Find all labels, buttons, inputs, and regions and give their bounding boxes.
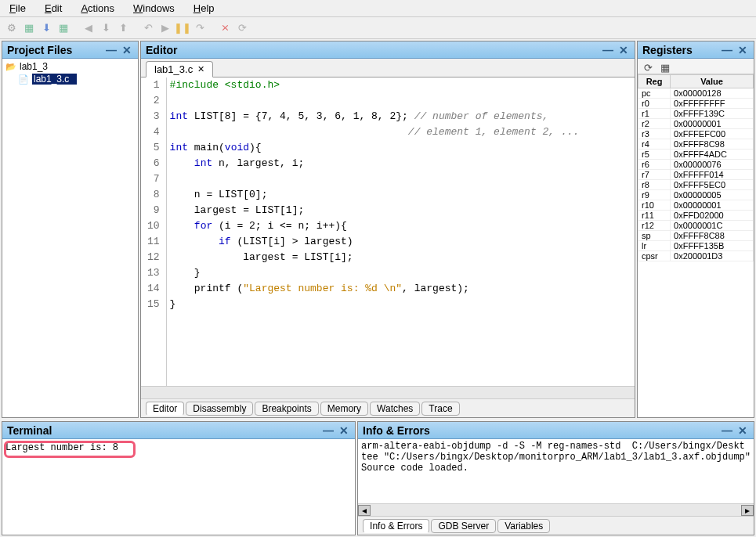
- close-icon[interactable]: ✕: [736, 45, 749, 56]
- code-line[interactable]: [170, 93, 631, 109]
- line-number: 3: [147, 109, 160, 124]
- register-row[interactable]: cpsr0x200001D3: [638, 251, 754, 261]
- code-line[interactable]: printf ("Largest number is: %d \n", larg…: [170, 281, 631, 297]
- reg-col-header[interactable]: Reg: [638, 75, 671, 88]
- step-into-icon[interactable]: ⬇: [99, 21, 113, 35]
- editor-view-tab-disassembly[interactable]: Disassembly: [186, 402, 253, 416]
- code-line[interactable]: // element 1, element 2, ...: [170, 124, 631, 140]
- editor-tab-close-icon[interactable]: ✕: [197, 64, 204, 74]
- register-name: r5: [638, 150, 671, 160]
- code-body[interactable]: #include <stdio.h> int LIST[8] = {7, 4, …: [167, 77, 635, 386]
- register-row[interactable]: r80xFFFF5EC0: [638, 180, 754, 190]
- register-row[interactable]: lr0xFFFF135B: [638, 241, 754, 251]
- line-number: 1: [147, 77, 160, 93]
- editor-view-tab-editor[interactable]: Editor: [146, 402, 184, 416]
- info-h-scrollbar[interactable]: ◂ ▸: [358, 503, 754, 516]
- register-value: 0x00000128: [671, 88, 754, 99]
- refresh-icon[interactable]: ⟳: [235, 21, 249, 35]
- binary-download-icon[interactable]: ▦: [56, 21, 71, 35]
- terminal-panel: Terminal — ✕ Largest number is: 8: [2, 421, 356, 535]
- code-line[interactable]: [170, 171, 631, 187]
- register-row[interactable]: sp0xFFFF8C88: [638, 231, 754, 241]
- binary-icon[interactable]: ▦: [22, 21, 36, 35]
- editor-view-tab-memory[interactable]: Memory: [320, 402, 368, 416]
- register-name: r11: [638, 211, 671, 221]
- editor-h-scrollbar[interactable]: [141, 386, 635, 398]
- scroll-track[interactable]: [371, 505, 741, 516]
- project-tree[interactable]: lab1_3 lab1_3.c: [2, 59, 138, 417]
- menu-edit[interactable]: Edit: [38, 1, 68, 16]
- tree-file[interactable]: lab1_3.c: [16, 73, 136, 85]
- code-line[interactable]: n = LIST[0];: [170, 187, 631, 203]
- editor-view-tab-breakpoints[interactable]: Breakpoints: [255, 402, 318, 416]
- minimize-icon[interactable]: —: [322, 425, 335, 436]
- value-col-header[interactable]: Value: [671, 75, 754, 88]
- register-row[interactable]: r50xFFFF4ADC: [638, 150, 754, 160]
- close-icon[interactable]: ✕: [338, 425, 350, 436]
- line-number: 13: [147, 265, 160, 281]
- code-line[interactable]: int main(void){: [170, 140, 631, 156]
- breakpoint-icon[interactable]: ⨯: [218, 21, 232, 35]
- close-icon[interactable]: ✕: [617, 45, 630, 56]
- close-icon[interactable]: ✕: [121, 45, 133, 56]
- info-errors-output[interactable]: arm-altera-eabi-objdump -d -S -M reg-nam…: [358, 439, 754, 503]
- menu-file[interactable]: File: [3, 1, 32, 16]
- code-line[interactable]: #include <stdio.h>: [170, 77, 631, 93]
- tree-root[interactable]: lab1_3: [4, 60, 136, 73]
- code-line[interactable]: largest = LIST[i];: [170, 250, 631, 265]
- line-number: 4: [147, 124, 160, 140]
- register-row[interactable]: r00xFFFFFFFF: [638, 99, 754, 109]
- restart-icon[interactable]: ↶: [141, 21, 155, 35]
- register-row[interactable]: r40xFFFF8C98: [638, 139, 754, 150]
- step-back-icon[interactable]: ◀: [81, 21, 96, 35]
- register-row[interactable]: r30xFFFEFC00: [638, 129, 754, 139]
- register-row[interactable]: r90x00000005: [638, 190, 754, 200]
- download-icon[interactable]: ⬇: [39, 21, 53, 35]
- continue-icon[interactable]: ▶: [158, 21, 172, 35]
- register-row[interactable]: r120x0000001C: [638, 221, 754, 231]
- menu-windows[interactable]: Windows: [127, 1, 181, 16]
- code-line[interactable]: int n, largest, i;: [170, 156, 631, 171]
- info-tab-info-errors[interactable]: Info & Errors: [363, 519, 429, 533]
- scroll-left-icon[interactable]: ◂: [358, 505, 371, 516]
- editor-view-tab-trace[interactable]: Trace: [421, 402, 459, 416]
- info-tab-variables[interactable]: Variables: [497, 519, 550, 533]
- pause-icon[interactable]: ❚❚: [175, 21, 190, 35]
- register-row[interactable]: r60x00000076: [638, 160, 754, 170]
- minimize-icon[interactable]: —: [105, 45, 118, 56]
- project-files-title: Project Files: [7, 44, 105, 56]
- step-out-icon[interactable]: ⬆: [116, 21, 130, 35]
- register-row[interactable]: r10xFFFF139C: [638, 109, 754, 119]
- line-gutter: 123456789101112131415: [141, 77, 167, 386]
- register-row[interactable]: r110xFFD02000: [638, 211, 754, 221]
- editor-view-tab-watches[interactable]: Watches: [370, 402, 420, 416]
- code-line[interactable]: if (LIST[i] > largest): [170, 234, 631, 250]
- gear-icon[interactable]: ⚙: [5, 21, 19, 35]
- line-number: 6: [147, 156, 160, 171]
- close-icon[interactable]: ✕: [736, 425, 749, 436]
- code-line[interactable]: }: [170, 265, 631, 281]
- code-line[interactable]: for (i = 2; i <= n; i++){: [170, 218, 631, 234]
- register-row[interactable]: r100x00000001: [638, 200, 754, 211]
- minimize-icon[interactable]: —: [721, 45, 733, 56]
- reg-refresh-icon[interactable]: ⟳: [641, 60, 655, 74]
- register-row[interactable]: pc0x00000128: [638, 88, 754, 99]
- code-line[interactable]: largest = LIST[1];: [170, 203, 631, 218]
- minimize-icon[interactable]: —: [721, 425, 733, 436]
- code-editor[interactable]: 123456789101112131415 #include <stdio.h>…: [141, 77, 635, 386]
- menu-help[interactable]: Help: [187, 1, 221, 16]
- code-line[interactable]: }: [170, 297, 631, 312]
- register-row[interactable]: r70xFFFFF014: [638, 170, 754, 180]
- scroll-right-icon[interactable]: ▸: [741, 505, 754, 516]
- terminal-output[interactable]: Largest number is: 8: [2, 439, 355, 535]
- register-value: 0x0000001C: [671, 221, 754, 231]
- code-line[interactable]: int LIST[8] = {7, 4, 5, 3, 6, 1, 8, 2}; …: [170, 109, 631, 124]
- editor-tab[interactable]: lab1_3.c ✕: [146, 61, 213, 77]
- step-over-icon[interactable]: ↷: [193, 21, 207, 35]
- info-tab-gdb-server[interactable]: GDB Server: [431, 519, 496, 533]
- menu-actions[interactable]: Actions: [74, 1, 121, 16]
- register-value: 0xFFFF135B: [671, 241, 754, 251]
- reg-format-icon[interactable]: ▦: [658, 60, 672, 74]
- minimize-icon[interactable]: —: [602, 45, 614, 56]
- register-row[interactable]: r20x00000001: [638, 119, 754, 129]
